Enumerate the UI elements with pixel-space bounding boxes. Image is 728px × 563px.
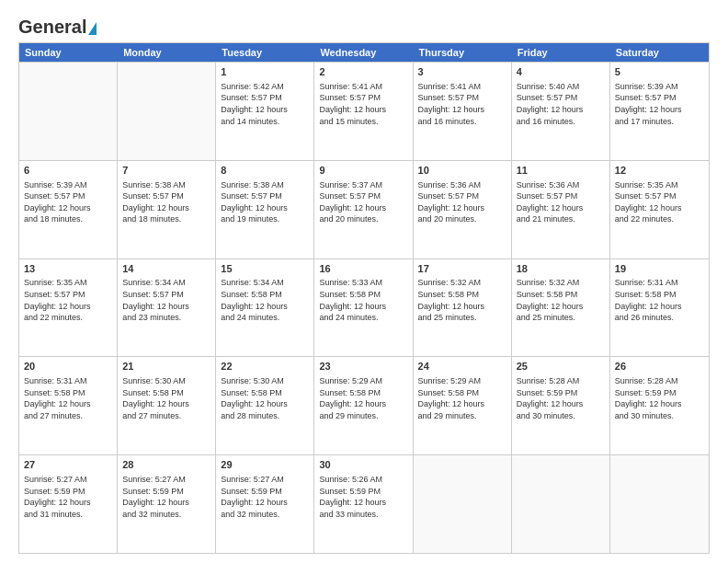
day-info: Sunrise: 5:27 AMSunset: 5:59 PMDaylight:… <box>122 474 210 520</box>
calendar-cell: 10Sunrise: 5:36 AMSunset: 5:57 PMDayligh… <box>414 161 512 259</box>
calendar-cell: 11Sunrise: 5:36 AMSunset: 5:57 PMDayligh… <box>512 161 610 259</box>
calendar-cell: 2Sunrise: 5:41 AMSunset: 5:57 PMDaylight… <box>314 63 413 160</box>
calendar-cell: 25Sunrise: 5:28 AMSunset: 5:59 PMDayligh… <box>512 357 610 454</box>
calendar-cell: 6Sunrise: 5:39 AMSunset: 5:57 PMDaylight… <box>19 161 118 259</box>
calendar-cell: 19Sunrise: 5:31 AMSunset: 5:58 PMDayligh… <box>610 259 709 357</box>
day-number: 12 <box>615 164 704 178</box>
calendar-cell: 8Sunrise: 5:38 AMSunset: 5:57 PMDaylight… <box>216 161 314 259</box>
calendar-row-3: 13Sunrise: 5:35 AMSunset: 5:57 PMDayligh… <box>19 259 709 357</box>
calendar-cell: 21Sunrise: 5:30 AMSunset: 5:58 PMDayligh… <box>118 357 216 454</box>
calendar-cell: 3Sunrise: 5:41 AMSunset: 5:57 PMDaylight… <box>414 63 512 160</box>
day-info: Sunrise: 5:34 AMSunset: 5:58 PMDaylight:… <box>221 277 309 323</box>
logo: General <box>18 17 97 35</box>
day-info: Sunrise: 5:28 AMSunset: 5:59 PMDaylight:… <box>615 375 704 421</box>
calendar-cell: 27Sunrise: 5:27 AMSunset: 5:59 PMDayligh… <box>19 455 118 553</box>
day-info: Sunrise: 5:30 AMSunset: 5:58 PMDaylight:… <box>122 375 210 421</box>
calendar: SundayMondayTuesdayWednesdayThursdayFrid… <box>18 42 710 554</box>
day-info: Sunrise: 5:32 AMSunset: 5:58 PMDaylight:… <box>418 277 506 323</box>
calendar-cell: 18Sunrise: 5:32 AMSunset: 5:58 PMDayligh… <box>512 259 610 357</box>
day-info: Sunrise: 5:37 AMSunset: 5:57 PMDaylight:… <box>319 179 407 225</box>
calendar-header: SundayMondayTuesdayWednesdayThursdayFrid… <box>19 43 709 62</box>
calendar-cell: 16Sunrise: 5:33 AMSunset: 5:58 PMDayligh… <box>314 259 413 357</box>
calendar-cell: 12Sunrise: 5:35 AMSunset: 5:57 PMDayligh… <box>610 161 709 259</box>
day-number: 24 <box>418 360 506 373</box>
calendar-cell: 30Sunrise: 5:26 AMSunset: 5:59 PMDayligh… <box>314 455 413 553</box>
day-info: Sunrise: 5:33 AMSunset: 5:58 PMDaylight:… <box>319 277 407 323</box>
calendar-cell: 1Sunrise: 5:42 AMSunset: 5:57 PMDaylight… <box>216 63 314 160</box>
day-number: 2 <box>319 65 407 79</box>
calendar-row-5: 27Sunrise: 5:27 AMSunset: 5:59 PMDayligh… <box>19 454 709 553</box>
day-number: 9 <box>319 164 407 178</box>
calendar-cell: 17Sunrise: 5:32 AMSunset: 5:58 PMDayligh… <box>414 259 512 357</box>
calendar-row-1: 1Sunrise: 5:42 AMSunset: 5:57 PMDaylight… <box>19 62 709 160</box>
calendar-row-2: 6Sunrise: 5:39 AMSunset: 5:57 PMDaylight… <box>19 160 709 259</box>
calendar-cell: 14Sunrise: 5:34 AMSunset: 5:57 PMDayligh… <box>118 259 216 357</box>
calendar-cell: 9Sunrise: 5:37 AMSunset: 5:57 PMDaylight… <box>314 161 413 259</box>
day-info: Sunrise: 5:34 AMSunset: 5:57 PMDaylight:… <box>122 277 210 323</box>
calendar-cell: 28Sunrise: 5:27 AMSunset: 5:59 PMDayligh… <box>118 455 216 553</box>
day-number: 5 <box>615 65 704 79</box>
day-info: Sunrise: 5:40 AMSunset: 5:57 PMDaylight:… <box>517 81 605 127</box>
calendar-cell: 15Sunrise: 5:34 AMSunset: 5:58 PMDayligh… <box>216 259 314 357</box>
header-day-saturday: Saturday <box>610 43 709 62</box>
calendar-cell <box>610 455 709 553</box>
day-number: 8 <box>221 164 309 178</box>
day-number: 1 <box>221 65 309 79</box>
day-number: 11 <box>517 164 605 178</box>
day-number: 13 <box>24 262 112 276</box>
day-info: Sunrise: 5:30 AMSunset: 5:58 PMDaylight:… <box>221 375 309 421</box>
day-info: Sunrise: 5:35 AMSunset: 5:57 PMDaylight:… <box>24 277 112 323</box>
calendar-cell: 22Sunrise: 5:30 AMSunset: 5:58 PMDayligh… <box>216 357 314 454</box>
day-number: 30 <box>319 458 407 472</box>
day-info: Sunrise: 5:39 AMSunset: 5:57 PMDaylight:… <box>615 81 704 127</box>
calendar-cell: 26Sunrise: 5:28 AMSunset: 5:59 PMDayligh… <box>610 357 709 454</box>
header-day-wednesday: Wednesday <box>314 43 413 62</box>
calendar-cell <box>118 63 216 160</box>
header-day-sunday: Sunday <box>19 43 118 62</box>
calendar-cell: 20Sunrise: 5:31 AMSunset: 5:58 PMDayligh… <box>19 357 118 454</box>
header-day-tuesday: Tuesday <box>216 43 314 62</box>
day-info: Sunrise: 5:32 AMSunset: 5:58 PMDaylight:… <box>517 277 605 323</box>
day-info: Sunrise: 5:29 AMSunset: 5:58 PMDaylight:… <box>319 375 407 421</box>
header-day-thursday: Thursday <box>414 43 512 62</box>
day-info: Sunrise: 5:42 AMSunset: 5:57 PMDaylight:… <box>221 81 309 127</box>
day-info: Sunrise: 5:31 AMSunset: 5:58 PMDaylight:… <box>24 375 112 421</box>
day-number: 22 <box>221 360 309 373</box>
logo-text: General <box>18 17 97 37</box>
day-info: Sunrise: 5:35 AMSunset: 5:57 PMDaylight:… <box>615 179 704 225</box>
day-number: 7 <box>122 164 210 178</box>
calendar-cell: 13Sunrise: 5:35 AMSunset: 5:57 PMDayligh… <box>19 259 118 357</box>
day-number: 17 <box>418 262 506 276</box>
day-number: 21 <box>122 360 210 373</box>
calendar-cell: 24Sunrise: 5:29 AMSunset: 5:58 PMDayligh… <box>414 357 512 454</box>
header: General <box>18 17 710 35</box>
day-number: 26 <box>615 360 704 373</box>
day-info: Sunrise: 5:41 AMSunset: 5:57 PMDaylight:… <box>418 81 506 127</box>
day-info: Sunrise: 5:28 AMSunset: 5:59 PMDaylight:… <box>517 375 605 421</box>
calendar-cell: 23Sunrise: 5:29 AMSunset: 5:58 PMDayligh… <box>314 357 413 454</box>
calendar-cell: 7Sunrise: 5:38 AMSunset: 5:57 PMDaylight… <box>118 161 216 259</box>
day-number: 29 <box>221 458 309 472</box>
day-number: 14 <box>122 262 210 276</box>
day-info: Sunrise: 5:38 AMSunset: 5:57 PMDaylight:… <box>122 179 210 225</box>
calendar-row-4: 20Sunrise: 5:31 AMSunset: 5:58 PMDayligh… <box>19 356 709 454</box>
calendar-cell: 5Sunrise: 5:39 AMSunset: 5:57 PMDaylight… <box>610 63 709 160</box>
calendar-cell: 4Sunrise: 5:40 AMSunset: 5:57 PMDaylight… <box>512 63 610 160</box>
calendar-cell <box>414 455 512 553</box>
day-number: 28 <box>122 458 210 472</box>
day-info: Sunrise: 5:41 AMSunset: 5:57 PMDaylight:… <box>319 81 407 127</box>
day-number: 23 <box>319 360 407 373</box>
day-number: 15 <box>221 262 309 276</box>
logo-general: General <box>18 17 86 37</box>
header-day-monday: Monday <box>118 43 216 62</box>
day-info: Sunrise: 5:26 AMSunset: 5:59 PMDaylight:… <box>319 474 407 520</box>
day-number: 6 <box>24 164 112 178</box>
header-day-friday: Friday <box>512 43 610 62</box>
day-info: Sunrise: 5:29 AMSunset: 5:58 PMDaylight:… <box>418 375 506 421</box>
calendar-cell <box>19 63 118 160</box>
day-info: Sunrise: 5:39 AMSunset: 5:57 PMDaylight:… <box>24 179 112 225</box>
day-number: 4 <box>517 65 605 79</box>
day-info: Sunrise: 5:38 AMSunset: 5:57 PMDaylight:… <box>221 179 309 225</box>
day-info: Sunrise: 5:36 AMSunset: 5:57 PMDaylight:… <box>517 179 605 225</box>
day-number: 27 <box>24 458 112 472</box>
